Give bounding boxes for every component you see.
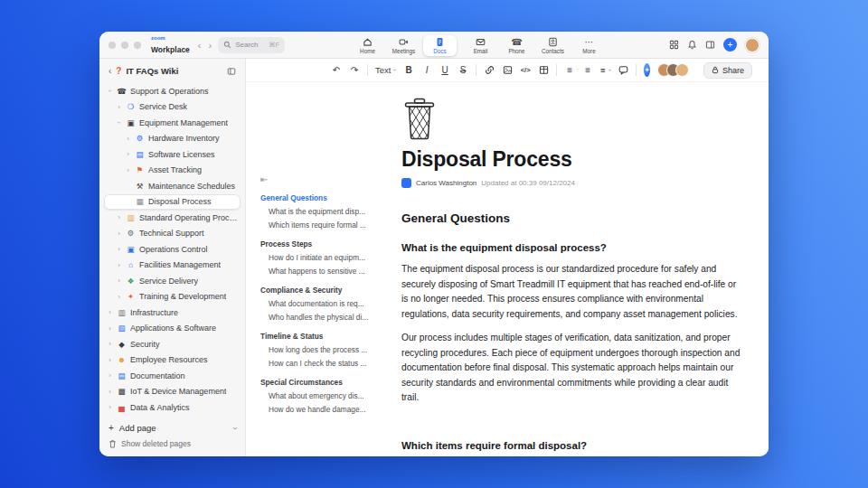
sidebar-item-service-delivery[interactable]: ›❖Service Delivery (99, 273, 245, 289)
link-icon[interactable] (484, 63, 495, 78)
window-minimize-button[interactable] (121, 42, 128, 49)
invite-button[interactable]: + (723, 38, 737, 52)
sidebar-item-infrastructure[interactable]: ›▥Infrastructure (99, 305, 245, 321)
share-button[interactable]: Share (703, 62, 752, 79)
chevron-right-icon[interactable]: › (107, 388, 113, 396)
sidebar-item-iot-device-management[interactable]: ›▩IoT & Device Management (99, 384, 245, 400)
chevron-right-icon[interactable]: › (116, 261, 122, 269)
underline-button[interactable]: U (439, 63, 450, 78)
chevron-right-icon[interactable]: › (116, 293, 122, 301)
chevron-down-icon[interactable]: › (106, 88, 114, 94)
image-icon[interactable] (502, 63, 513, 78)
ai-companion-button[interactable]: ✦ (644, 63, 650, 77)
question-heading[interactable]: What is the equipment disposal process? (401, 242, 743, 253)
sidebar-item-asset-tracking[interactable]: ›⚑Asset Tracking (99, 163, 245, 179)
sidebar-item-operations-control[interactable]: ›▣Operations Control (99, 241, 245, 258)
toc-item[interactable]: How do I initiate an equipm... (260, 250, 383, 264)
tab-contacts[interactable]: Contacts (536, 35, 570, 56)
section-heading[interactable]: General Questions (401, 211, 743, 225)
chevron-right-icon[interactable]: › (107, 308, 113, 316)
sidebar-item-maintenance-schedules[interactable]: ⚒Maintenance Schedules (99, 178, 245, 194)
chevron-right-icon[interactable]: › (116, 230, 122, 238)
sidebar-item-training-development[interactable]: ›✦Training & Development (99, 289, 245, 305)
show-deleted-pages-button[interactable]: Show deleted pages (108, 439, 236, 448)
tab-email[interactable]: Email (464, 35, 497, 56)
chevron-right-icon[interactable]: › (107, 371, 113, 380)
toc-item[interactable]: How can I check the status ... (260, 356, 383, 370)
paragraph[interactable]: The equipment disposal process is our st… (401, 262, 743, 322)
chevron-right-icon[interactable]: › (116, 277, 122, 285)
undo-icon[interactable]: ↶ (331, 63, 342, 78)
toc-section[interactable]: Compliance & Security (260, 284, 383, 296)
collapse-sidebar-icon[interactable] (227, 67, 236, 76)
nav-forward-icon[interactable]: › (208, 40, 213, 51)
sidebar-item-service-desk[interactable]: ›❍Service Desk (99, 99, 245, 116)
tab-phone[interactable]: ☎ Phone (500, 35, 533, 56)
toc-section[interactable]: General Questions (260, 192, 383, 204)
nav-back-icon[interactable]: ‹ (197, 40, 203, 51)
toc-section[interactable]: Timeline & Status (260, 330, 383, 343)
toc-item[interactable]: What happens to sensitive ... (260, 264, 383, 277)
notifications-bell-icon[interactable] (687, 40, 697, 50)
tab-home[interactable]: Home (351, 35, 384, 56)
text-style-dropdown[interactable]: Text› (375, 65, 396, 75)
sidebar-item-documentation[interactable]: ›▤Documentation (99, 368, 245, 384)
italic-button[interactable]: I (421, 63, 432, 78)
toc-item[interactable]: Which items require formal ... (260, 218, 383, 231)
window-close-button[interactable] (108, 42, 116, 49)
table-icon[interactable] (538, 63, 549, 78)
toc-item[interactable]: What documentation is req... (260, 296, 383, 310)
sidebar-item-disposal-process[interactable]: ▦Disposal Process (104, 194, 241, 211)
chevron-right-icon[interactable]: › (107, 324, 113, 333)
tab-docs[interactable]: Docs (423, 35, 457, 56)
back-icon[interactable]: ‹ (108, 66, 111, 76)
numbered-list-icon[interactable]: ≡ (582, 63, 593, 78)
sidebar-item-facilities-management[interactable]: ›⌂Facilities Management (99, 258, 245, 274)
comment-icon[interactable] (618, 63, 628, 78)
toc-item[interactable]: How do we handle damage... (260, 402, 383, 416)
chevron-down-icon[interactable]: › (115, 119, 123, 126)
chevron-right-icon[interactable]: › (116, 213, 122, 221)
chevron-right-icon[interactable]: › (116, 103, 122, 111)
question-heading[interactable]: Which items require formal disposal? (401, 440, 743, 451)
toc-section[interactable]: Process Steps (260, 238, 383, 250)
panel-toggle-icon[interactable] (705, 40, 715, 50)
toc-item[interactable]: What about emergency dis... (260, 389, 383, 402)
profile-avatar[interactable] (745, 38, 760, 52)
add-page-button[interactable]: + Add page › (108, 423, 236, 433)
alignment-dropdown[interactable]: ≡› (600, 65, 610, 75)
chevron-right-icon[interactable]: › (107, 403, 113, 411)
chevron-right-icon[interactable]: › (125, 166, 131, 174)
bold-button[interactable]: B (403, 63, 414, 78)
chevron-right-icon[interactable]: › (107, 340, 113, 348)
chevron-down-icon[interactable]: › (231, 427, 240, 429)
sidebar-item-hardware-inventory[interactable]: ›⚙Hardware Inventory (99, 131, 245, 147)
toc-item[interactable]: What is the equipment disp... (260, 204, 383, 218)
toc-item[interactable]: Who handles the physical di... (260, 310, 383, 324)
chevron-right-icon[interactable]: › (107, 356, 113, 364)
chevron-right-icon[interactable]: › (116, 245, 122, 253)
strikethrough-button[interactable]: S (458, 63, 468, 78)
code-icon[interactable]: </> (520, 63, 531, 78)
sidebar-item-standard-operating-procedures[interactable]: ›▥Standard Operating Procedures (99, 210, 245, 226)
redo-icon[interactable]: ↷ (349, 63, 360, 78)
sidebar-item-security[interactable]: ›◆Security (99, 336, 245, 352)
tab-meetings[interactable]: Meetings (387, 35, 420, 56)
sidebar-item-data-analytics[interactable]: ›▅Data & Analytics (99, 399, 245, 416)
collaborator-avatar[interactable] (675, 63, 689, 77)
chevron-right-icon[interactable]: › (125, 150, 131, 158)
sidebar-item-applications-software[interactable]: ›▧Applications & Software (99, 321, 245, 337)
sidebar-item-software-licenses[interactable]: ›▤Software Licenses (99, 146, 245, 163)
apps-grid-icon[interactable] (669, 40, 679, 50)
page-title[interactable]: Disposal Process (401, 147, 743, 172)
doc-content[interactable]: Disposal Process Carlos Washington Updat… (389, 82, 769, 456)
window-zoom-button[interactable] (134, 42, 141, 49)
search-input[interactable]: Search ⌘F (218, 37, 285, 53)
collapse-toc-icon[interactable]: ⇤ (260, 174, 383, 184)
sidebar-item-employee-resources[interactable]: ›☻Employee Resources (99, 352, 245, 369)
toc-item[interactable]: How long does the process ... (260, 343, 383, 356)
sidebar-item-support-operations[interactable]: ›☎Support & Operations (99, 83, 245, 99)
paragraph[interactable]: Our process includes multiple stages of … (401, 331, 743, 406)
chevron-right-icon[interactable]: › (125, 135, 131, 143)
toc-section[interactable]: Special Circumstances (260, 376, 383, 389)
